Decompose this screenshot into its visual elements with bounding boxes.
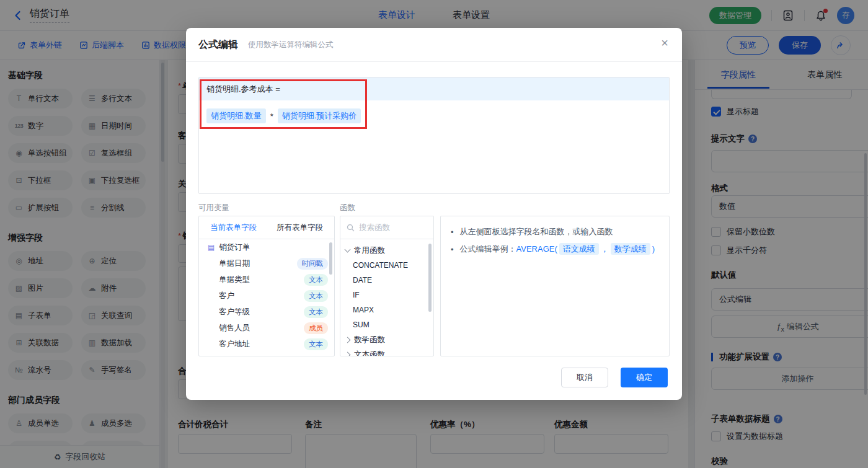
dialog-header: 公式编辑 使用数学运算符编辑公式 × (186, 28, 682, 62)
chevron-right-icon (345, 337, 351, 343)
type-badge: 时间戳 (297, 258, 329, 270)
example-field-tag: 数学成绩 (611, 243, 650, 255)
tab-all-form-fields[interactable]: 所有表单字段 (277, 223, 323, 233)
variables-panel: 当前表单字段 所有表单字段 ▤ 销货订单 单据日期 时间戳 单据类型 文本 客户… (198, 216, 335, 356)
type-badge: 文本 (304, 290, 328, 302)
functions-panel: 常用函数 CONCATENATE DATE IF MAPX SUM 数学函数 文… (340, 216, 434, 356)
list-scrollbar[interactable] (428, 244, 432, 312)
tree-root-form[interactable]: ▤ 销货订单 (199, 239, 334, 255)
list-scrollbar[interactable] (329, 242, 332, 275)
formula-target: 销货明细.参考成本 = (199, 77, 669, 100)
tips-panel: •从左侧面板选择字段名和函数，或输入函数 • 公式编辑举例：AVERAGE(语文… (440, 216, 670, 356)
formula-field-tag[interactable]: 销货明细.数量 (206, 108, 266, 123)
variable-item[interactable]: 单据日期 时间戳 (199, 255, 334, 272)
variable-item[interactable]: 客户地址 文本 (199, 336, 334, 352)
type-badge: 成员 (304, 322, 328, 334)
formula-operator: * (270, 112, 273, 121)
function-item[interactable]: DATE (340, 273, 433, 288)
function-item[interactable]: SUM (340, 317, 433, 332)
variable-item[interactable]: 单据类型 文本 (199, 272, 334, 288)
function-item[interactable]: CONCATENATE (340, 258, 433, 273)
function-group-text[interactable]: 文本函数 (340, 347, 433, 356)
chevron-right-icon (345, 351, 351, 356)
tip-example-line: • 公式编辑举例：AVERAGE(语文成绩，数学成绩) (451, 244, 659, 255)
confirm-button[interactable]: 确定 (621, 368, 668, 387)
function-search[interactable] (340, 216, 433, 239)
type-badge: 文本 (304, 274, 328, 286)
dialog-subtitle: 使用数学运算符编辑公式 (248, 40, 334, 50)
variable-item[interactable]: 客户等级 文本 (199, 304, 334, 320)
variables-label: 可用变量 (198, 203, 229, 213)
chevron-down-icon (345, 247, 351, 253)
formula-field-tag[interactable]: 销货明细.预计采购价 (278, 108, 361, 123)
example-field-tag: 语文成绩 (559, 243, 599, 255)
variable-item[interactable]: 客户 文本 (199, 288, 334, 304)
app-screen: 销货订单 表单设计 表单设置 数据管理 存 表单外链 (0, 0, 868, 468)
tab-current-form-fields[interactable]: 当前表单字段 (210, 223, 257, 233)
function-item[interactable]: MAPX (340, 302, 433, 317)
form-doc-icon: ▤ (208, 243, 215, 252)
functions-label: 函数 (340, 203, 355, 213)
function-group-math[interactable]: 数学函数 (340, 332, 433, 347)
search-icon (347, 224, 355, 232)
formula-editor[interactable]: 销货明细.参考成本 = 销货明细.数量 * 销货明细.预计采购价 (198, 77, 670, 194)
function-item[interactable]: IF (340, 288, 433, 302)
function-search-input[interactable] (359, 223, 421, 232)
variable-item[interactable]: 销售人员 成员 (199, 320, 334, 336)
close-icon[interactable]: × (661, 37, 668, 49)
cancel-button[interactable]: 取消 (561, 368, 608, 387)
tip-line: •从左侧面板选择字段名和函数，或输入函数 (451, 226, 659, 237)
formula-edit-dialog: 公式编辑 使用数学运算符编辑公式 × 销货明细.参考成本 = 销货明细.数量 *… (186, 28, 682, 400)
function-group-common[interactable]: 常用函数 (340, 243, 433, 258)
formula-expression: 销货明细.数量 * 销货明细.预计采购价 (199, 100, 669, 131)
dialog-title: 公式编辑 (198, 38, 238, 51)
type-badge: 文本 (304, 306, 328, 318)
type-badge: 文本 (304, 338, 328, 350)
